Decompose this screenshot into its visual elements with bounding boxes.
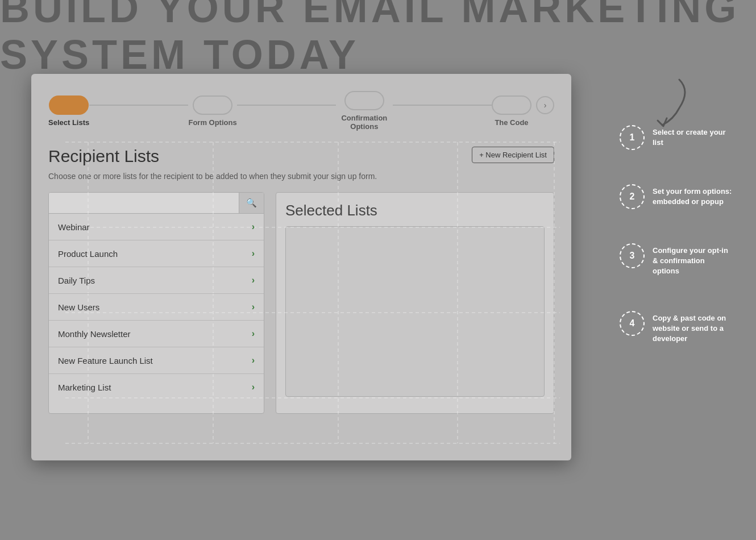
info-circle-4: 4 [620,311,645,336]
info-item-4: 4 Copy & past code on website or send to… [620,311,733,344]
info-item-3: 3 Configure your opt-in & confirmation o… [620,243,733,277]
info-circle-2: 2 [620,184,645,209]
list-item-name: Webinar [58,222,90,232]
list-items-container: Webinar › Product Launch › Daily Tips › … [49,214,264,413]
wizard-line-1 [89,105,188,106]
search-input[interactable] [49,193,239,213]
selected-lists-box [285,226,545,397]
new-recipient-list-button[interactable]: + New Recipient List [472,147,554,163]
wizard-next-button[interactable]: › [536,96,554,114]
chevron-right-icon: › [252,275,255,285]
info-item-1: 1 Select or create your list [620,125,733,150]
search-button[interactable]: 🔍 [239,193,264,213]
step-4-pill[interactable] [492,95,531,115]
info-circle-3: 3 [620,243,645,268]
wizard-row: Select Lists Form Options Confirmation O… [48,91,554,131]
wizard-step-2[interactable]: Form Options [188,95,236,127]
list-item-name: New Users [58,302,99,312]
info-text-2: Set your form options: embedded or popup [653,184,733,207]
chevron-right-icon: › [252,382,255,392]
list-item-name: Product Launch [58,249,118,259]
wizard-line-3 [393,105,492,106]
list-item-name: New Feature Launch List [58,356,153,365]
info-item-2: 2 Set your form options: embedded or pop… [620,184,733,209]
wizard-step-3[interactable]: Confirmation Options [336,91,393,131]
recipient-header: Recipient Lists + New Recipient List [48,147,554,166]
step-2-pill[interactable] [193,95,232,115]
wizard-step-1[interactable]: Select Lists [48,95,89,127]
info-text-3: Configure your opt-in & confirmation opt… [653,243,733,277]
search-icon: 🔍 [246,198,257,208]
list-panel: 🔍 Webinar › Product Launch › Daily Tips … [48,192,264,414]
list-item[interactable]: Marketing List › [49,374,264,400]
list-item[interactable]: Monthly Newsletter › [49,321,264,347]
list-item[interactable]: Product Launch › [49,240,264,267]
step-1-label: Select Lists [48,118,89,127]
info-panel: 1 Select or create your list 2 Set your … [620,125,733,344]
chevron-right-icon: › [252,302,255,312]
step-4-label: The Code [495,118,528,127]
step-3-label: Confirmation Options [336,114,393,131]
info-text-4: Copy & past code on website or send to a… [653,311,733,344]
list-item-name: Monthly Newsletter [58,329,131,339]
list-item[interactable]: New Feature Launch List › [49,347,264,374]
list-item-name: Marketing List [58,383,111,392]
chevron-right-icon: › [252,222,255,232]
search-row: 🔍 [49,193,264,214]
main-panel: Select Lists Form Options Confirmation O… [31,74,571,460]
info-text-1: Select or create your list [653,125,733,148]
selected-lists-title: Selected Lists [285,202,545,219]
info-circle-1: 1 [620,125,645,150]
selected-panel: Selected Lists [276,192,554,414]
list-item-name: Daily Tips [58,276,95,285]
list-item[interactable]: New Users › [49,294,264,321]
chevron-right-icon: › [252,355,255,365]
arrow-decoration [645,74,691,131]
recipient-title: Recipient Lists [48,147,159,166]
content-area: 🔍 Webinar › Product Launch › Daily Tips … [48,192,554,414]
wizard-line-2 [237,105,336,106]
step-1-pill[interactable] [49,95,89,115]
chevron-right-icon: › [252,248,255,259]
recipient-description: Choose one or more lists for the recipie… [48,172,554,181]
chevron-right-icon: › [252,329,255,339]
background-watermark: BUILD YOUR EMAIL MARKETING SYSTEM TODAY [0,0,756,63]
list-item[interactable]: Webinar › [49,214,264,240]
wizard-step-4[interactable]: The Code [492,95,531,127]
step-2-label: Form Options [188,118,236,127]
list-item[interactable]: Daily Tips › [49,267,264,294]
step-3-pill[interactable] [344,91,384,110]
